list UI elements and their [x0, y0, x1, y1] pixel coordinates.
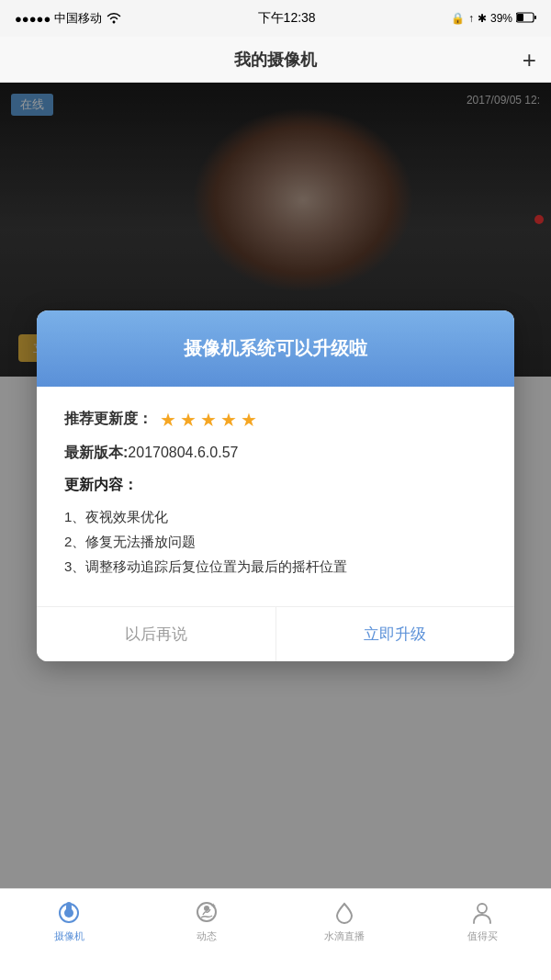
bluetooth-icon: ✱ [478, 12, 487, 25]
activity-tab-icon: ✦ [193, 898, 220, 926]
camera-tab-icon [55, 898, 83, 926]
star-3: ★ [200, 409, 217, 431]
carrier: 中国移动 [54, 10, 102, 27]
update-item-1: 1、夜视效果优化 [64, 504, 487, 529]
modal-body: 推荐更新度： ★ ★ ★ ★ ★ 最新版本:20170804.6.0.57 更新… [37, 387, 514, 588]
signal-dots: ●●●●● [15, 12, 51, 26]
status-right: 🔒 ↑ ✱ 39% [451, 12, 536, 26]
svg-text:✦: ✦ [210, 902, 217, 910]
page-title: 我的摄像机 [234, 49, 317, 71]
status-time: 下午12:38 [258, 10, 316, 27]
nav-bar: 我的摄像机 + [0, 37, 551, 83]
cancel-button[interactable]: 以后再说 [37, 607, 276, 661]
svg-rect-1 [517, 14, 523, 21]
user-tab-icon [468, 898, 496, 926]
tab-camera[interactable]: 摄像机 [0, 898, 138, 943]
camera-tab-label: 摄像机 [54, 929, 84, 943]
update-content-title: 更新内容： [64, 476, 487, 495]
star-1: ★ [160, 409, 176, 431]
recommend-row: 推荐更新度： ★ ★ ★ ★ ★ [64, 409, 487, 431]
modal-title: 摄像机系统可以升级啦 [55, 336, 496, 361]
tab-bar: 摄像机 ✦ 动态 水滴直播 [0, 888, 551, 980]
drop-tab-icon [331, 898, 358, 926]
version-value: 20170804.6.0.57 [128, 445, 238, 460]
svg-rect-2 [534, 16, 536, 19]
svg-rect-6 [66, 906, 72, 910]
tab-activity[interactable]: ✦ 动态 [138, 898, 276, 943]
update-list: 1、夜视效果优化 2、修复无法播放问题 3、调整移动追踪后复位位置为最后的摇杆位… [64, 504, 487, 579]
svg-point-8 [204, 906, 209, 911]
battery-icon [516, 12, 536, 26]
lock-icon: 🔒 [451, 12, 465, 25]
update-item-3: 3、调整移动追踪后复位位置为最后的摇杆位置 [64, 554, 487, 579]
battery-label: 39% [490, 12, 512, 25]
star-5: ★ [241, 409, 257, 431]
upgrade-modal: 摄像机系统可以升级啦 推荐更新度： ★ ★ ★ ★ ★ 最新版本:2017080… [37, 310, 514, 661]
star-4: ★ [220, 409, 237, 431]
svg-point-10 [478, 904, 487, 913]
confirm-button[interactable]: 立即升级 [276, 607, 515, 661]
version-row: 最新版本:20170804.6.0.57 [64, 444, 487, 463]
drop-tab-label: 水滴直播 [324, 929, 365, 943]
activity-tab-label: 动态 [197, 929, 217, 943]
recommend-label: 推荐更新度： [64, 411, 152, 426]
modal-overlay: 摄像机系统可以升级啦 推荐更新度： ★ ★ ★ ★ ★ 最新版本:2017080… [0, 83, 551, 888]
status-bar: ●●●●● 中国移动 下午12:38 🔒 ↑ ✱ 39% [0, 0, 551, 37]
modal-footer: 以后再说 立即升级 [37, 606, 514, 661]
modal-header: 摄像机系统可以升级啦 [37, 310, 514, 387]
version-label: 最新版本: [64, 445, 128, 460]
stars-row: ★ ★ ★ ★ ★ [160, 409, 257, 431]
wifi-icon [106, 11, 122, 27]
worth-buy-tab-label: 值得买 [467, 929, 498, 943]
add-button[interactable]: + [523, 48, 536, 72]
tab-drop-live[interactable]: 水滴直播 [276, 898, 413, 943]
update-item-2: 2、修复无法播放问题 [64, 529, 487, 554]
star-2: ★ [180, 409, 197, 431]
arrow-icon: ↑ [468, 12, 474, 25]
tab-worth-buy[interactable]: 值得买 [413, 898, 551, 943]
status-left: ●●●●● 中国移动 [15, 10, 122, 27]
